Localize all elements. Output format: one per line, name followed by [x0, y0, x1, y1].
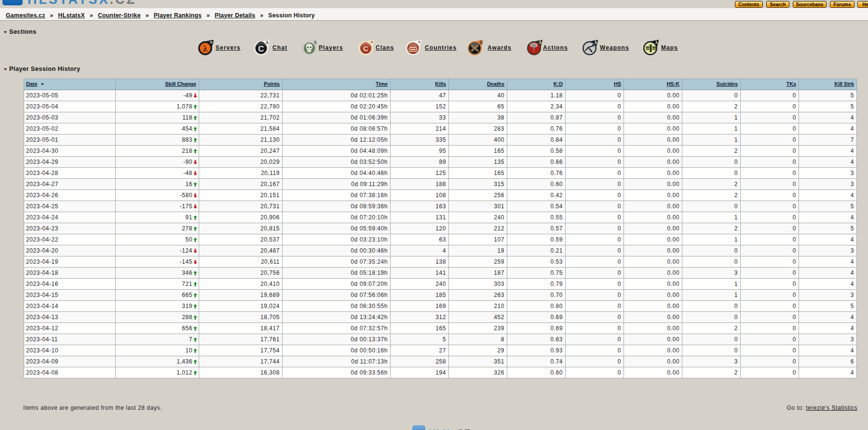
svg-text:C: C [258, 44, 264, 54]
svg-text:^: ^ [418, 40, 421, 45]
svg-text:λ: λ [539, 40, 542, 45]
svg-text:^: ^ [370, 40, 373, 45]
svg-text:S: S [210, 40, 213, 44]
svg-text:λ: λ [655, 40, 658, 45]
svg-text:λ: λ [595, 40, 597, 45]
svg-text:λ: λ [203, 43, 208, 54]
svg-text:C: C [363, 44, 368, 53]
svg-text:λ: λ [266, 40, 268, 45]
svg-text:λ: λ [480, 40, 482, 45]
svg-text:λ: λ [314, 40, 316, 45]
